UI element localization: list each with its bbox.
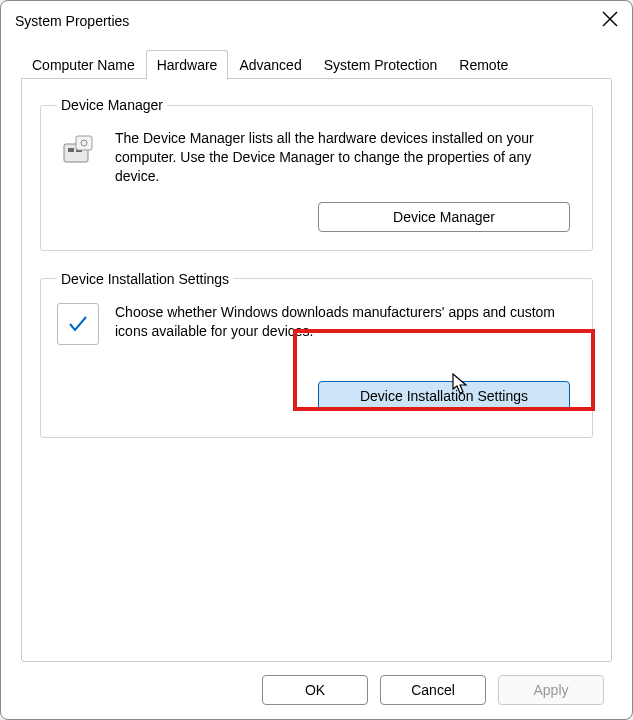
svg-rect-3 — [68, 148, 74, 152]
device-manager-icon — [57, 129, 99, 171]
dialog-footer: OK Cancel Apply — [1, 663, 632, 719]
tab-row: Computer Name Hardware Advanced System P… — [1, 45, 632, 79]
tab-advanced[interactable]: Advanced — [228, 50, 312, 80]
tab-remote[interactable]: Remote — [448, 50, 519, 80]
check-icon — [67, 313, 89, 335]
tab-system-protection[interactable]: System Protection — [313, 50, 449, 80]
device-install-group: Device Installation Settings Choose whet… — [40, 271, 593, 438]
device-manager-description: The Device Manager lists all the hardwar… — [115, 129, 576, 186]
window-title: System Properties — [15, 13, 129, 29]
device-manager-legend: Device Manager — [57, 97, 167, 113]
close-button[interactable] — [602, 11, 618, 31]
tab-hardware[interactable]: Hardware — [146, 50, 229, 80]
device-install-settings-button[interactable]: Device Installation Settings — [318, 381, 570, 411]
device-manager-button[interactable]: Device Manager — [318, 202, 570, 232]
ok-button[interactable]: OK — [262, 675, 368, 705]
tab-content-hardware: Device Manager The Device Manager lists … — [21, 78, 612, 662]
system-properties-window: System Properties Computer Name Hardware… — [0, 0, 633, 720]
device-manager-group: Device Manager The Device Manager lists … — [40, 97, 593, 251]
checkmark-box — [57, 303, 99, 345]
device-install-legend: Device Installation Settings — [57, 271, 233, 287]
cancel-button[interactable]: Cancel — [380, 675, 486, 705]
apply-button: Apply — [498, 675, 604, 705]
close-icon — [602, 11, 618, 27]
hardware-device-icon — [58, 130, 98, 170]
tab-computer-name[interactable]: Computer Name — [21, 50, 146, 80]
device-install-description: Choose whether Windows downloads manufac… — [115, 303, 576, 341]
svg-rect-5 — [76, 136, 92, 150]
titlebar: System Properties — [1, 1, 632, 41]
